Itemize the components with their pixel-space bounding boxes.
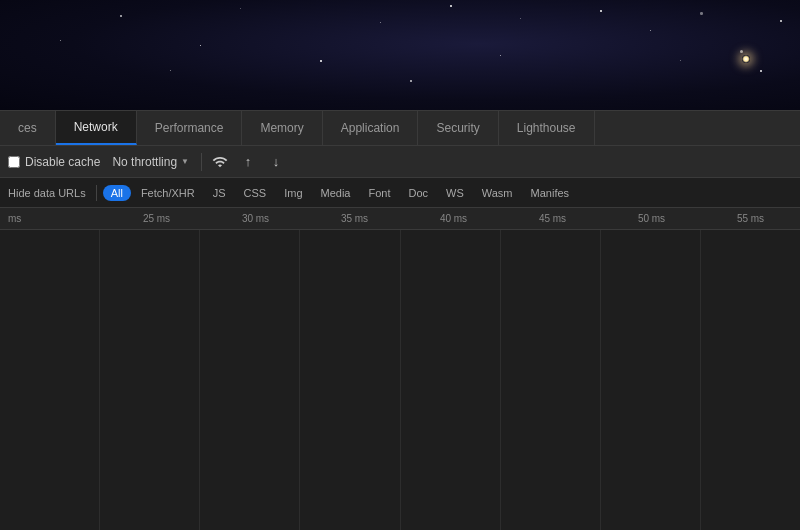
tab-security[interactable]: Security	[418, 111, 498, 145]
filter-js[interactable]: JS	[205, 185, 234, 201]
timeline-ticks: ms 25 ms 30 ms 35 ms 40 ms 45 ms 50 ms 5…	[8, 213, 800, 224]
toolbar-row: Disable cache No throttling ▼ ↑ ↓	[0, 146, 800, 178]
star	[740, 50, 743, 53]
filter-separator	[96, 185, 97, 201]
grid-col-3	[200, 230, 300, 530]
disable-cache-checkbox-label[interactable]: Disable cache	[8, 155, 100, 169]
throttle-label: No throttling	[112, 155, 177, 169]
grid-col-2	[100, 230, 200, 530]
tick-7: 55 ms	[701, 213, 800, 224]
star	[60, 40, 61, 41]
grid-col-4	[300, 230, 400, 530]
tab-application[interactable]: Application	[323, 111, 419, 145]
filter-manifest[interactable]: Manifes	[523, 185, 578, 201]
star	[500, 55, 501, 56]
tab-sources[interactable]: ces	[0, 111, 56, 145]
star	[320, 60, 322, 62]
grid-col-1	[0, 230, 100, 530]
disable-cache-label: Disable cache	[25, 155, 100, 169]
grid-lines	[0, 230, 800, 530]
filter-doc[interactable]: Doc	[400, 185, 436, 201]
disable-cache-checkbox[interactable]	[8, 156, 20, 168]
toolbar-separator-1	[201, 153, 202, 171]
star	[680, 60, 681, 61]
star	[170, 70, 171, 71]
tick-6: 50 ms	[602, 213, 701, 224]
star	[240, 8, 241, 9]
filter-css[interactable]: CSS	[236, 185, 275, 201]
tick-5: 45 ms	[503, 213, 602, 224]
star	[200, 45, 201, 46]
tick-1: 25 ms	[107, 213, 206, 224]
tick-3: 35 ms	[305, 213, 404, 224]
star	[600, 10, 602, 12]
starfield-background	[0, 0, 800, 110]
filter-all[interactable]: All	[103, 185, 131, 201]
grid-col-6	[501, 230, 601, 530]
tick-2: 30 ms	[206, 213, 305, 224]
star	[780, 20, 782, 22]
download-icon[interactable]: ↓	[266, 152, 286, 172]
devtools-panel: ces Network Performance Memory Applicati…	[0, 110, 800, 530]
star	[520, 18, 521, 19]
network-content-area	[0, 230, 800, 530]
star	[410, 80, 412, 82]
star	[450, 5, 452, 7]
upload-icon[interactable]: ↑	[238, 152, 258, 172]
tick-4: 40 ms	[404, 213, 503, 224]
star	[380, 22, 381, 23]
tab-memory[interactable]: Memory	[242, 111, 322, 145]
star	[760, 70, 762, 72]
filter-wasm[interactable]: Wasm	[474, 185, 521, 201]
tab-lighthouse[interactable]: Lighthouse	[499, 111, 595, 145]
grid-col-8	[701, 230, 800, 530]
star	[700, 12, 703, 15]
tick-0: ms	[8, 213, 107, 224]
throttle-dropdown-arrow: ▼	[181, 157, 189, 166]
grid-col-7	[601, 230, 701, 530]
bright-star	[742, 55, 750, 63]
star	[650, 30, 651, 31]
tabs-row: ces Network Performance Memory Applicati…	[0, 111, 800, 146]
star	[120, 15, 122, 17]
filter-row: Hide data URLs All Fetch/XHR JS CSS Img …	[0, 178, 800, 208]
hide-data-urls-label: Hide data URLs	[8, 187, 86, 199]
filter-media[interactable]: Media	[313, 185, 359, 201]
timeline-header: ms 25 ms 30 ms 35 ms 40 ms 45 ms 50 ms 5…	[0, 208, 800, 230]
filter-fetch-xhr[interactable]: Fetch/XHR	[133, 185, 203, 201]
tab-network[interactable]: Network	[56, 111, 137, 145]
filter-img[interactable]: Img	[276, 185, 310, 201]
filter-ws[interactable]: WS	[438, 185, 472, 201]
filter-font[interactable]: Font	[360, 185, 398, 201]
grid-col-5	[401, 230, 501, 530]
throttle-dropdown[interactable]: No throttling ▼	[108, 153, 193, 171]
network-conditions-icon[interactable]	[210, 152, 230, 172]
wifi-svg	[212, 154, 228, 170]
tab-performance[interactable]: Performance	[137, 111, 243, 145]
